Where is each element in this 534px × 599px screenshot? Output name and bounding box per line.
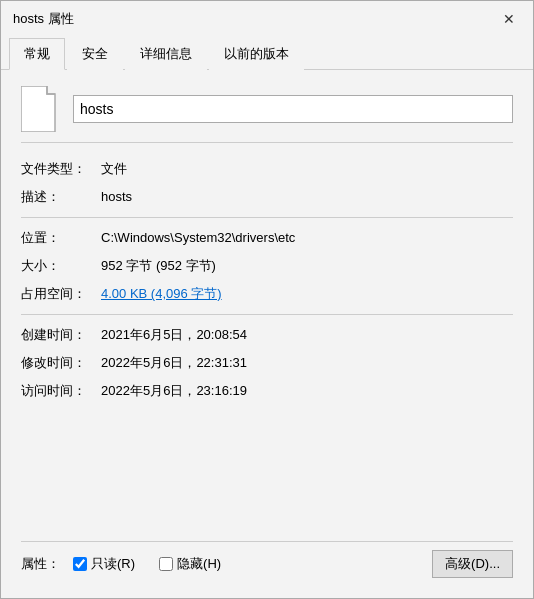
prop-desc-value: hosts xyxy=(101,189,132,204)
readonly-checkbox-label[interactable]: 只读(R) xyxy=(73,555,135,573)
prop-accessed-value: 2022年5月6日，23:16:19 xyxy=(101,382,247,400)
tab-previous-versions[interactable]: 以前的版本 xyxy=(209,38,304,70)
tab-security[interactable]: 安全 xyxy=(67,38,123,70)
prop-modified-value: 2022年5月6日，22:31:31 xyxy=(101,354,247,372)
file-header xyxy=(21,86,513,143)
section-timestamps: 创建时间： 2021年6月5日，20:08:54 修改时间： 2022年5月6日… xyxy=(21,321,513,405)
attributes-label: 属性： xyxy=(21,555,73,573)
tab-general[interactable]: 常规 xyxy=(9,38,65,70)
prop-type-value: 文件 xyxy=(101,160,127,178)
prop-modified: 修改时间： 2022年5月6日，22:31:31 xyxy=(21,349,513,377)
tab-bar: 常规 安全 详细信息 以前的版本 xyxy=(1,37,533,70)
close-button[interactable]: ✕ xyxy=(497,7,521,31)
advanced-button[interactable]: 高级(D)... xyxy=(432,550,513,578)
prop-location-label: 位置： xyxy=(21,229,101,247)
divider-1 xyxy=(21,217,513,218)
tab-content: 文件类型： 文件 描述： hosts 位置： C:\Windows\System… xyxy=(1,70,533,533)
readonly-label: 只读(R) xyxy=(91,555,135,573)
prop-accessed: 访问时间： 2022年5月6日，23:16:19 xyxy=(21,377,513,405)
file-name-input[interactable] xyxy=(73,95,513,123)
attributes-row: 属性： 只读(R) 隐藏(H) 高级(D)... xyxy=(21,541,513,586)
readonly-checkbox[interactable] xyxy=(73,557,87,571)
prop-disk-value: 4.00 KB (4,096 字节) xyxy=(101,285,222,303)
prop-created-label: 创建时间： xyxy=(21,326,101,344)
divider-2 xyxy=(21,314,513,315)
hidden-checkbox-label[interactable]: 隐藏(H) xyxy=(159,555,221,573)
window-title: hosts 属性 xyxy=(13,10,74,28)
properties-dialog: hosts 属性 ✕ 常规 安全 详细信息 以前的版本 文件类型： 文件 xyxy=(0,0,534,599)
prop-accessed-label: 访问时间： xyxy=(21,382,101,400)
prop-description: 描述： hosts xyxy=(21,183,513,211)
prop-location: 位置： C:\Windows\System32\drivers\etc xyxy=(21,224,513,252)
prop-size: 大小： 952 字节 (952 字节) xyxy=(21,252,513,280)
prop-created-value: 2021年6月5日，20:08:54 xyxy=(101,326,247,344)
hidden-label: 隐藏(H) xyxy=(177,555,221,573)
prop-disk-label: 占用空间： xyxy=(21,285,101,303)
prop-disk-size: 占用空间： 4.00 KB (4,096 字节) xyxy=(21,280,513,308)
prop-size-label: 大小： xyxy=(21,257,101,275)
svg-marker-0 xyxy=(21,86,55,132)
prop-type-label: 文件类型： xyxy=(21,160,101,178)
section-type-desc: 文件类型： 文件 描述： hosts xyxy=(21,155,513,211)
prop-location-value: C:\Windows\System32\drivers\etc xyxy=(101,230,295,245)
section-location-size: 位置： C:\Windows\System32\drivers\etc 大小： … xyxy=(21,224,513,308)
file-icon xyxy=(21,86,61,132)
prop-modified-label: 修改时间： xyxy=(21,354,101,372)
hidden-checkbox[interactable] xyxy=(159,557,173,571)
prop-desc-label: 描述： xyxy=(21,188,101,206)
prop-created: 创建时间： 2021年6月5日，20:08:54 xyxy=(21,321,513,349)
prop-type: 文件类型： 文件 xyxy=(21,155,513,183)
title-bar: hosts 属性 ✕ xyxy=(1,1,533,37)
tab-details[interactable]: 详细信息 xyxy=(125,38,207,70)
prop-size-value: 952 字节 (952 字节) xyxy=(101,257,216,275)
attributes-section: 属性： 只读(R) 隐藏(H) 高级(D)... xyxy=(1,533,533,598)
